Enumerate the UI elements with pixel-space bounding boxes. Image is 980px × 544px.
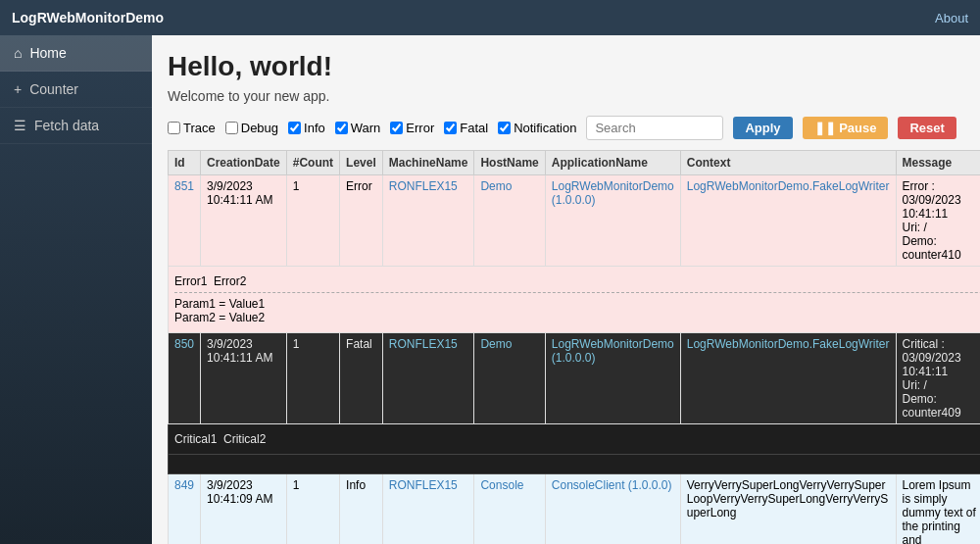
filter-trace[interactable]: Trace xyxy=(168,121,216,135)
filter-fatal[interactable]: Fatal xyxy=(444,121,488,135)
cell-application-name: LogRWebMonitorDemo(1.0.0.0) xyxy=(545,175,680,267)
table-row: 851 3/9/202310:41:11 AM 1 Error RONFLEX1… xyxy=(169,175,981,267)
expanded-content: Error1 Error2 Param1 = Value1 Param2 = V… xyxy=(174,271,980,328)
sidebar-item-fetchdata-label: Fetch data xyxy=(34,118,99,133)
row-id-link[interactable]: 850 xyxy=(174,337,194,351)
cell-message: Lorem Ipsum is simply dummy text of the … xyxy=(896,474,980,545)
machine-name-link[interactable]: RONFLEX15 xyxy=(389,179,458,193)
filter-debug[interactable]: Debug xyxy=(225,121,278,135)
cell-machine-name: RONFLEX15 xyxy=(382,333,474,424)
cell-context: LogRWebMonitorDemo.FakeLogWriter xyxy=(680,175,896,267)
log-table: Id CreationDate #Count Level MachineName… xyxy=(168,150,980,544)
cell-level: Error xyxy=(340,175,383,267)
cell-machine-name: RONFLEX15 xyxy=(382,474,474,545)
cell-machine-name: RONFLEX15 xyxy=(382,175,474,267)
sidebar-item-counter[interactable]: + Counter xyxy=(0,72,152,108)
col-count: #Count xyxy=(286,151,339,175)
app-name-link[interactable]: LogRWebMonitorDemo(1.0.0.0) xyxy=(552,179,674,207)
app-brand: LogRWebMonitorDemo xyxy=(12,10,164,25)
cell-host-name: Demo xyxy=(474,175,545,267)
col-application-name: ApplicationName xyxy=(545,151,680,175)
expanded-line: Param1 = Value1 xyxy=(174,297,980,311)
filter-error[interactable]: Error xyxy=(390,121,434,135)
table-header: Id CreationDate #Count Level MachineName… xyxy=(169,151,981,175)
cell-application-name: ConsoleClient (1.0.0.0) xyxy=(545,474,680,545)
page-subtitle: Welcome to your new app. xyxy=(168,88,964,104)
context-link[interactable]: LogRWebMonitorDemo.FakeLogWriter xyxy=(687,337,890,351)
filter-warn[interactable]: Warn xyxy=(335,121,381,135)
row-id-link[interactable]: 851 xyxy=(174,179,194,193)
top-nav: LogRWebMonitorDemo About xyxy=(0,0,980,35)
col-id: Id xyxy=(169,151,201,175)
cell-application-name: LogRWebMonitorDemo(1.0.0.0) xyxy=(545,333,680,424)
app-name-link[interactable]: ConsoleClient (1.0.0.0) xyxy=(552,478,672,492)
list-icon: ☰ xyxy=(14,118,26,133)
notification-checkbox[interactable] xyxy=(498,122,511,134)
table-row-expanded: Error1 Error2 Param1 = Value1 Param2 = V… xyxy=(169,267,981,333)
expanded-line: Critical1 Critical2 xyxy=(174,432,980,446)
error-checkbox[interactable] xyxy=(390,122,403,134)
cell-id: 851 xyxy=(169,175,201,267)
col-creation-date: CreationDate xyxy=(201,151,287,175)
cell-host-name: Console xyxy=(474,474,545,545)
col-context: Context xyxy=(680,151,896,175)
warn-checkbox[interactable] xyxy=(335,122,348,134)
cell-count: 1 xyxy=(286,175,339,267)
expanded-line: Error1 Error2 xyxy=(174,274,980,288)
expanded-cell-fatal: Critical1 Critical2 xyxy=(169,424,981,455)
host-name-link[interactable]: Demo xyxy=(480,179,512,193)
sidebar-item-counter-label: Counter xyxy=(29,81,78,97)
about-link[interactable]: About xyxy=(935,11,968,25)
spacer-cell xyxy=(169,455,981,474)
machine-name-link[interactable]: RONFLEX15 xyxy=(389,478,458,492)
apply-button[interactable]: Apply xyxy=(733,117,792,139)
table-row-expanded: Critical1 Critical2 xyxy=(169,424,981,455)
cell-message: Critical : 03/09/202310:41:11Uri: /Demo:… xyxy=(896,333,980,424)
filter-notification[interactable]: Notification xyxy=(498,121,576,135)
sidebar-item-home[interactable]: ⌂ Home xyxy=(0,35,152,72)
machine-name-link[interactable]: RONFLEX15 xyxy=(389,337,458,351)
fatal-checkbox[interactable] xyxy=(444,122,457,134)
home-icon: ⌂ xyxy=(14,45,22,61)
table-body: 851 3/9/202310:41:11 AM 1 Error RONFLEX1… xyxy=(169,175,981,545)
table-row: 849 3/9/202310:41:09 AM 1 Info RONFLEX15… xyxy=(169,474,981,545)
cell-level: Fatal xyxy=(340,333,383,424)
expanded-line: Param2 = Value2 xyxy=(174,311,980,324)
cell-creation-date: 3/9/202310:41:11 AM xyxy=(201,333,287,424)
filter-info[interactable]: Info xyxy=(288,121,325,135)
cell-context: LogRWebMonitorDemo.FakeLogWriter xyxy=(680,333,896,424)
app-name-link[interactable]: LogRWebMonitorDemo(1.0.0.0) xyxy=(552,337,674,365)
cell-id: 850 xyxy=(169,333,201,424)
search-input[interactable] xyxy=(586,116,723,140)
context-link[interactable]: LogRWebMonitorDemo.FakeLogWriter xyxy=(687,179,890,193)
cell-context: VerryVerrySuperLongVerryVerrySuperLoopVe… xyxy=(680,474,896,545)
col-level: Level xyxy=(340,151,383,175)
cell-host-name: Demo xyxy=(474,333,545,424)
row-id-link[interactable]: 849 xyxy=(174,478,194,492)
sidebar: ⌂ Home + Counter ☰ Fetch data xyxy=(0,35,152,544)
pause-button[interactable]: ❚❚ Pause xyxy=(803,117,889,139)
cell-level: Info xyxy=(340,474,383,545)
cell-creation-date: 3/9/202310:41:09 AM xyxy=(201,474,287,545)
host-name-link[interactable]: Console xyxy=(480,478,523,492)
trace-checkbox[interactable] xyxy=(168,122,180,134)
cell-message: Error : 03/09/202310:41:11Uri: /Demo: co… xyxy=(896,175,980,267)
cell-count: 1 xyxy=(286,474,339,545)
expanded-cell: Error1 Error2 Param1 = Value1 Param2 = V… xyxy=(169,267,981,333)
reset-button[interactable]: Reset xyxy=(898,117,956,139)
sidebar-item-fetchdata[interactable]: ☰ Fetch data xyxy=(0,108,152,144)
page-title: Hello, world! xyxy=(168,51,964,82)
info-checkbox[interactable] xyxy=(288,122,301,134)
host-name-link[interactable]: Demo xyxy=(480,337,512,351)
plus-icon: + xyxy=(14,81,22,97)
cell-creation-date: 3/9/202310:41:11 AM xyxy=(201,175,287,267)
table-row: 850 3/9/202310:41:11 AM 1 Fatal RONFLEX1… xyxy=(169,333,981,424)
main-layout: ⌂ Home + Counter ☰ Fetch data Hello, wor… xyxy=(0,35,980,544)
col-machine-name: MachineName xyxy=(382,151,474,175)
sidebar-item-home-label: Home xyxy=(29,45,66,61)
cell-count: 1 xyxy=(286,333,339,424)
cell-id: 849 xyxy=(169,474,201,545)
debug-checkbox[interactable] xyxy=(225,122,238,134)
col-host-name: HostName xyxy=(474,151,545,175)
table-row-spacer xyxy=(169,455,981,474)
